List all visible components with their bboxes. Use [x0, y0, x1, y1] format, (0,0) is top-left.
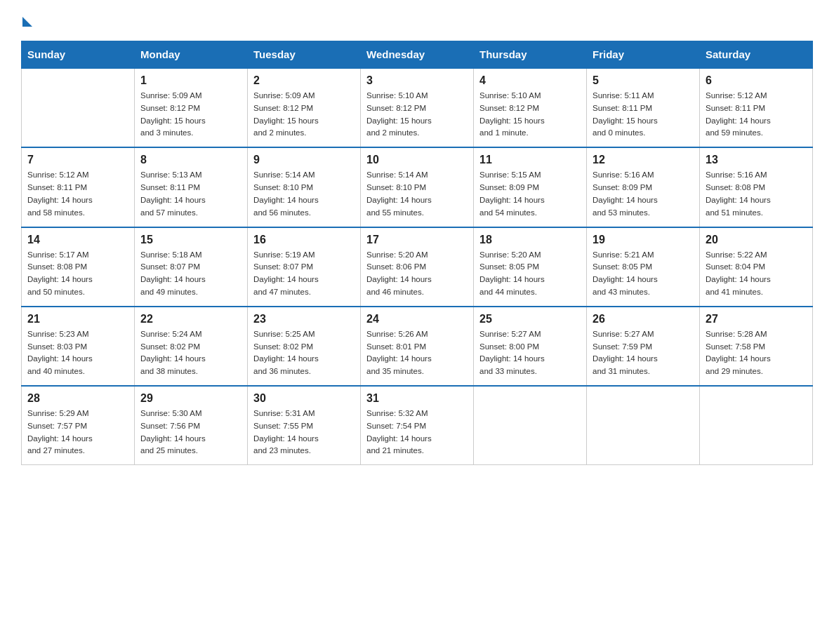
calendar-cell: 28Sunrise: 5:29 AM Sunset: 7:57 PM Dayli…	[22, 386, 135, 465]
calendar-week-row: 28Sunrise: 5:29 AM Sunset: 7:57 PM Dayli…	[22, 386, 813, 465]
calendar-cell: 31Sunrise: 5:32 AM Sunset: 7:54 PM Dayli…	[361, 386, 474, 465]
header-saturday: Saturday	[700, 41, 813, 69]
calendar-cell: 8Sunrise: 5:13 AM Sunset: 8:11 PM Daylig…	[135, 147, 248, 227]
day-number: 18	[479, 234, 581, 246]
calendar-cell: 3Sunrise: 5:10 AM Sunset: 8:12 PM Daylig…	[361, 68, 474, 147]
day-number: 7	[27, 154, 128, 166]
logo	[21, 14, 32, 27]
calendar-cell: 17Sunrise: 5:20 AM Sunset: 8:06 PM Dayli…	[361, 227, 474, 307]
day-detail: Sunrise: 5:11 AM Sunset: 8:11 PM Dayligh…	[593, 90, 694, 140]
calendar-cell: 23Sunrise: 5:25 AM Sunset: 8:02 PM Dayli…	[248, 307, 361, 386]
day-detail: Sunrise: 5:14 AM Sunset: 8:10 PM Dayligh…	[366, 169, 468, 219]
day-number: 26	[593, 313, 694, 326]
day-detail: Sunrise: 5:32 AM Sunset: 7:54 PM Dayligh…	[366, 408, 468, 457]
day-number: 5	[593, 74, 694, 87]
day-number: 31	[366, 392, 468, 405]
day-detail: Sunrise: 5:12 AM Sunset: 8:11 PM Dayligh…	[27, 169, 128, 219]
calendar-cell: 25Sunrise: 5:27 AM Sunset: 8:00 PM Dayli…	[474, 307, 587, 386]
calendar-cell: 4Sunrise: 5:10 AM Sunset: 8:12 PM Daylig…	[474, 68, 587, 147]
day-detail: Sunrise: 5:25 AM Sunset: 8:02 PM Dayligh…	[253, 328, 355, 378]
calendar-week-row: 21Sunrise: 5:23 AM Sunset: 8:03 PM Dayli…	[22, 307, 813, 386]
calendar-table: Sunday Monday Tuesday Wednesday Thursday…	[21, 41, 813, 465]
calendar-cell: 19Sunrise: 5:21 AM Sunset: 8:05 PM Dayli…	[587, 227, 700, 307]
calendar-cell: 20Sunrise: 5:22 AM Sunset: 8:04 PM Dayli…	[700, 227, 813, 307]
calendar-cell: 27Sunrise: 5:28 AM Sunset: 7:58 PM Dayli…	[700, 307, 813, 386]
calendar-cell: 30Sunrise: 5:31 AM Sunset: 7:55 PM Dayli…	[248, 386, 361, 465]
day-detail: Sunrise: 5:17 AM Sunset: 8:08 PM Dayligh…	[27, 249, 128, 299]
calendar-week-row: 1Sunrise: 5:09 AM Sunset: 8:12 PM Daylig…	[22, 68, 813, 147]
day-detail: Sunrise: 5:16 AM Sunset: 8:08 PM Dayligh…	[706, 169, 807, 219]
day-number: 16	[253, 234, 355, 246]
day-detail: Sunrise: 5:19 AM Sunset: 8:07 PM Dayligh…	[253, 249, 355, 299]
day-number: 20	[706, 234, 807, 246]
day-number: 12	[593, 154, 694, 166]
day-number: 10	[366, 154, 468, 166]
day-detail: Sunrise: 5:28 AM Sunset: 7:58 PM Dayligh…	[706, 328, 807, 378]
header-friday: Friday	[587, 41, 700, 69]
day-number: 19	[593, 234, 694, 246]
day-detail: Sunrise: 5:21 AM Sunset: 8:05 PM Dayligh…	[593, 249, 694, 299]
day-number: 29	[140, 392, 241, 405]
calendar-cell: 13Sunrise: 5:16 AM Sunset: 8:08 PM Dayli…	[700, 147, 813, 227]
day-number: 1	[140, 74, 241, 87]
day-detail: Sunrise: 5:29 AM Sunset: 7:57 PM Dayligh…	[27, 408, 128, 457]
day-detail: Sunrise: 5:14 AM Sunset: 8:10 PM Dayligh…	[253, 169, 355, 219]
calendar-cell: 7Sunrise: 5:12 AM Sunset: 8:11 PM Daylig…	[22, 147, 135, 227]
day-detail: Sunrise: 5:20 AM Sunset: 8:05 PM Dayligh…	[479, 249, 581, 299]
day-detail: Sunrise: 5:09 AM Sunset: 8:12 PM Dayligh…	[253, 90, 355, 140]
header-thursday: Thursday	[474, 41, 587, 69]
day-number: 6	[706, 74, 807, 87]
day-number: 17	[366, 234, 468, 246]
day-detail: Sunrise: 5:15 AM Sunset: 8:09 PM Dayligh…	[479, 169, 581, 219]
day-detail: Sunrise: 5:18 AM Sunset: 8:07 PM Dayligh…	[140, 249, 241, 299]
calendar-cell: 10Sunrise: 5:14 AM Sunset: 8:10 PM Dayli…	[361, 147, 474, 227]
day-detail: Sunrise: 5:22 AM Sunset: 8:04 PM Dayligh…	[706, 249, 807, 299]
day-number: 27	[706, 313, 807, 326]
calendar-cell: 9Sunrise: 5:14 AM Sunset: 8:10 PM Daylig…	[248, 147, 361, 227]
calendar-cell: 6Sunrise: 5:12 AM Sunset: 8:11 PM Daylig…	[700, 68, 813, 147]
calendar-cell	[474, 386, 587, 465]
day-number: 11	[479, 154, 581, 166]
day-number: 4	[479, 74, 581, 87]
calendar-cell: 22Sunrise: 5:24 AM Sunset: 8:02 PM Dayli…	[135, 307, 248, 386]
calendar-cell: 11Sunrise: 5:15 AM Sunset: 8:09 PM Dayli…	[474, 147, 587, 227]
day-number: 2	[253, 74, 355, 87]
day-detail: Sunrise: 5:16 AM Sunset: 8:09 PM Dayligh…	[593, 169, 694, 219]
day-number: 14	[27, 234, 128, 246]
calendar-header-row: Sunday Monday Tuesday Wednesday Thursday…	[22, 41, 813, 69]
day-number: 13	[706, 154, 807, 166]
calendar-cell: 21Sunrise: 5:23 AM Sunset: 8:03 PM Dayli…	[22, 307, 135, 386]
day-detail: Sunrise: 5:20 AM Sunset: 8:06 PM Dayligh…	[366, 249, 468, 299]
day-number: 3	[366, 74, 468, 87]
day-number: 21	[27, 313, 128, 326]
day-detail: Sunrise: 5:27 AM Sunset: 7:59 PM Dayligh…	[593, 328, 694, 378]
calendar-week-row: 14Sunrise: 5:17 AM Sunset: 8:08 PM Dayli…	[22, 227, 813, 307]
day-number: 8	[140, 154, 241, 166]
calendar-week-row: 7Sunrise: 5:12 AM Sunset: 8:11 PM Daylig…	[22, 147, 813, 227]
day-detail: Sunrise: 5:26 AM Sunset: 8:01 PM Dayligh…	[366, 328, 468, 378]
day-detail: Sunrise: 5:13 AM Sunset: 8:11 PM Dayligh…	[140, 169, 241, 219]
day-detail: Sunrise: 5:31 AM Sunset: 7:55 PM Dayligh…	[253, 408, 355, 457]
day-number: 28	[27, 392, 128, 405]
day-number: 15	[140, 234, 241, 246]
day-detail: Sunrise: 5:23 AM Sunset: 8:03 PM Dayligh…	[27, 328, 128, 378]
day-detail: Sunrise: 5:10 AM Sunset: 8:12 PM Dayligh…	[479, 90, 581, 140]
day-detail: Sunrise: 5:10 AM Sunset: 8:12 PM Dayligh…	[366, 90, 468, 140]
calendar-cell: 18Sunrise: 5:20 AM Sunset: 8:05 PM Dayli…	[474, 227, 587, 307]
calendar-cell: 1Sunrise: 5:09 AM Sunset: 8:12 PM Daylig…	[135, 68, 248, 147]
header-wednesday: Wednesday	[361, 41, 474, 69]
day-number: 9	[253, 154, 355, 166]
logo-arrow-icon	[22, 17, 32, 27]
calendar-cell	[700, 386, 813, 465]
day-number: 30	[253, 392, 355, 405]
calendar-cell: 24Sunrise: 5:26 AM Sunset: 8:01 PM Dayli…	[361, 307, 474, 386]
calendar-cell: 26Sunrise: 5:27 AM Sunset: 7:59 PM Dayli…	[587, 307, 700, 386]
day-detail: Sunrise: 5:09 AM Sunset: 8:12 PM Dayligh…	[140, 90, 241, 140]
calendar-cell: 12Sunrise: 5:16 AM Sunset: 8:09 PM Dayli…	[587, 147, 700, 227]
calendar-cell: 5Sunrise: 5:11 AM Sunset: 8:11 PM Daylig…	[587, 68, 700, 147]
day-number: 23	[253, 313, 355, 326]
calendar-cell	[22, 68, 135, 147]
header-tuesday: Tuesday	[248, 41, 361, 69]
day-number: 24	[366, 313, 468, 326]
calendar-cell: 14Sunrise: 5:17 AM Sunset: 8:08 PM Dayli…	[22, 227, 135, 307]
